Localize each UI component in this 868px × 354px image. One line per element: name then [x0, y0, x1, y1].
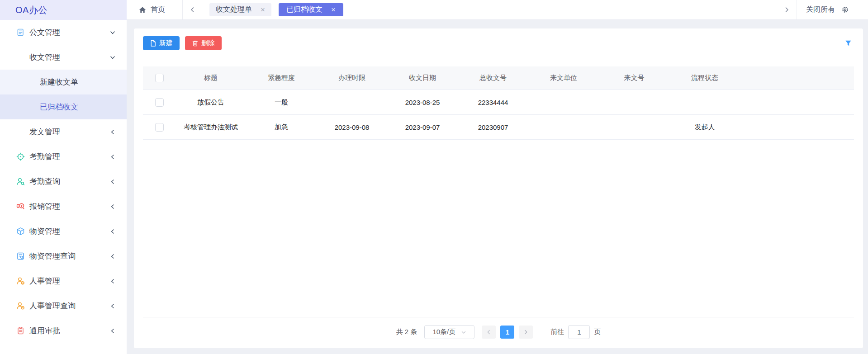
page-size-select[interactable]: 10条/页	[424, 325, 474, 339]
sidebar-item-label: 通用审批	[29, 326, 60, 336]
new-button[interactable]: 新建	[143, 36, 180, 50]
goto-page-input[interactable]	[568, 325, 590, 339]
row-checkbox[interactable]	[155, 98, 164, 107]
hr-clock-icon	[16, 302, 25, 310]
select-all-checkbox[interactable]	[155, 74, 164, 82]
row-checkbox[interactable]	[155, 123, 164, 132]
close-icon[interactable]: ×	[261, 6, 265, 14]
hr-gear-icon	[16, 277, 25, 285]
tab-home[interactable]: 首页	[127, 5, 182, 14]
sidebar-item-dispatch-manage[interactable]: 发文管理	[0, 119, 127, 144]
tab-2-active[interactable]: 已归档收文×	[279, 3, 343, 16]
column-header: 收文日期	[387, 74, 458, 82]
chevron-left-icon	[109, 203, 116, 210]
attendance-search-icon	[16, 177, 25, 186]
chevron-left-icon	[109, 278, 116, 284]
tab-1[interactable]: 收文处理单×	[209, 3, 271, 16]
column-header: 办理时限	[317, 74, 387, 82]
page-content: 新建 删除 标题紧急程度办理时限收文日期总收文号来文	[127, 20, 868, 354]
sidebar-item-attendance-manage[interactable]: 考勤管理	[0, 144, 127, 169]
table-cell: 发起人	[669, 123, 740, 132]
sidebar-item-materials-manage[interactable]: 物资管理	[0, 219, 127, 244]
sidebar-item-label: 物资管理	[29, 226, 60, 236]
close-icon[interactable]: ×	[331, 6, 336, 14]
sidebar-item-label: 人事管理查询	[29, 301, 76, 311]
goto-label: 前往	[550, 328, 564, 336]
table-row[interactable]: 放假公告一般2023-08-2522334444	[143, 90, 854, 115]
sidebar-menu: 公文管理收文管理新建收文单已归档收文发文管理考勤管理考勤查询报销管理物资管理物资…	[0, 20, 127, 343]
sidebar-item-expense-manage[interactable]: 报销管理	[0, 194, 127, 219]
previous-page-button[interactable]	[482, 326, 496, 339]
materials-cube-icon	[16, 227, 25, 236]
approval-clipboard-icon	[16, 326, 25, 335]
tabs-scroll-left-icon[interactable]	[183, 6, 202, 13]
table-cell: 一般	[246, 98, 317, 107]
document-scroll-icon	[16, 28, 25, 37]
sidebar: OA办公 公文管理收文管理新建收文单已归档收文发文管理考勤管理考勤查询报销管理物…	[0, 0, 127, 354]
filter-funnel-icon[interactable]	[844, 39, 854, 47]
page-number-button[interactable]: 1	[500, 326, 514, 339]
sidebar-item-label: 公文管理	[29, 27, 60, 38]
trash-icon	[192, 40, 199, 47]
tab-label: 已归档收文	[286, 5, 323, 14]
toolbar: 新建 删除	[143, 36, 854, 50]
pagination-total: 共 2 条	[396, 328, 417, 336]
chevron-left-icon	[109, 253, 116, 260]
sidebar-item-new-receive-form[interactable]: 新建收文单	[0, 70, 127, 94]
table-cell: 2023-08-25	[387, 99, 458, 106]
gear-icon[interactable]	[841, 6, 849, 14]
chevron-left-icon	[109, 228, 116, 235]
table-cell: 22334444	[458, 99, 528, 106]
tabbar-divider-right	[797, 0, 797, 19]
attendance-target-icon	[16, 152, 25, 161]
column-header: 总收文号	[458, 74, 528, 82]
sidebar-item-label: 物资管理查询	[29, 251, 76, 261]
tabs-strip: 收文处理单×已归档收文×	[202, 3, 343, 16]
tab-home-label: 首页	[151, 5, 165, 14]
new-document-icon	[150, 40, 157, 47]
table-empty-area	[143, 140, 854, 317]
sidebar-item-document-manage[interactable]: 公文管理	[0, 20, 127, 45]
app-title: OA办公	[0, 0, 127, 20]
sidebar-item-materials-query[interactable]: 物资管理查询	[0, 244, 127, 269]
tab-bar: 首页 收文处理单×已归档收文× 关闭所有	[127, 0, 868, 20]
sidebar-item-label: 报销管理	[29, 201, 60, 212]
sidebar-item-label: 收文管理	[29, 52, 60, 62]
close-all-button[interactable]: 关闭所有	[806, 5, 835, 14]
pagination: 共 2 条 10条/页 1	[143, 325, 854, 339]
chevron-down-icon	[461, 330, 466, 335]
sidebar-item-archived-receive[interactable]: 已归档收文	[0, 94, 127, 119]
tab-label: 收文处理单	[216, 5, 252, 14]
table-cell: 放假公告	[175, 98, 246, 107]
sidebar-item-hr-query[interactable]: 人事管理查询	[0, 293, 127, 318]
table-body: 放假公告一般2023-08-2522334444考核管理办法测试加急2023-0…	[143, 90, 854, 140]
table-cell: 考核管理办法测试	[175, 123, 246, 132]
next-page-button[interactable]	[519, 326, 533, 339]
chevron-left-icon	[109, 129, 116, 135]
sidebar-item-receive-manage[interactable]: 收文管理	[0, 45, 127, 70]
tabs-scroll-right-icon[interactable]	[777, 6, 797, 13]
column-header: 来文号	[599, 74, 669, 82]
documents-table: 标题紧急程度办理时限收文日期总收文号来文单位来文号流程状态 放假公告一般2023…	[143, 66, 854, 339]
home-icon	[138, 6, 147, 14]
sidebar-item-general-approval[interactable]: 通用审批	[0, 318, 127, 343]
chevron-left-icon	[109, 303, 116, 309]
expense-search-icon	[16, 202, 25, 211]
sidebar-item-hr-manage[interactable]: 人事管理	[0, 269, 127, 293]
sidebar-item-label: 发文管理	[29, 127, 60, 137]
chevron-left-icon	[109, 328, 116, 334]
table-cell: 2023-09-07	[387, 123, 458, 131]
sidebar-item-label: 人事管理	[29, 276, 60, 286]
archived-documents-panel: 新建 删除 标题紧急程度办理时限收文日期总收文号来文	[134, 28, 863, 348]
table-header-row: 标题紧急程度办理时限收文日期总收文号来文单位来文号流程状态	[143, 66, 854, 90]
chevron-down-icon	[109, 29, 116, 36]
column-header: 标题	[175, 74, 246, 82]
table-cell: 加急	[246, 123, 317, 132]
table-row[interactable]: 考核管理办法测试加急2023-09-082023-09-0720230907发起…	[143, 115, 854, 140]
column-header: 紧急程度	[246, 74, 317, 82]
sidebar-item-label: 新建收文单	[40, 77, 78, 87]
delete-button[interactable]: 删除	[185, 36, 222, 50]
sidebar-item-attendance-query[interactable]: 考勤查询	[0, 169, 127, 194]
table-cell: 20230907	[458, 123, 528, 131]
column-header: 来文单位	[528, 74, 599, 82]
